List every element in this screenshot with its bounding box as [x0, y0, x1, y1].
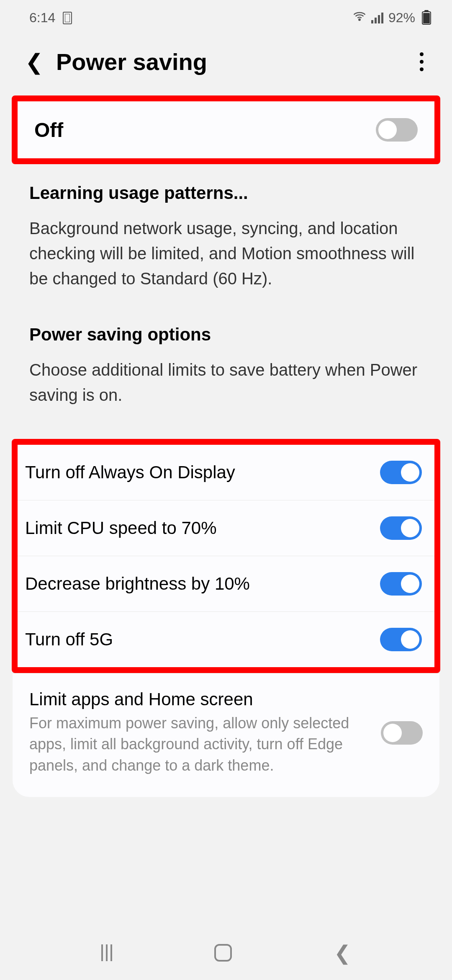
sim-icon	[63, 12, 72, 24]
back-button[interactable]: ❮	[25, 49, 44, 75]
option-toggle-brightness[interactable]	[380, 572, 422, 596]
nav-back-button[interactable]: ❮	[334, 941, 351, 965]
option-turn-off-5g[interactable]: Turn off 5G	[18, 612, 434, 667]
limit-apps-title: Limit apps and Home screen	[29, 689, 368, 709]
option-label: Decrease brightness by 10%	[25, 574, 250, 594]
option-decrease-brightness[interactable]: Decrease brightness by 10%	[18, 556, 434, 612]
option-toggle-cpu[interactable]	[380, 516, 422, 540]
master-toggle-row[interactable]: Off	[18, 101, 434, 158]
page-header: ❮ Power saving	[0, 36, 452, 88]
wifi-icon	[353, 10, 366, 26]
learning-body: Background network usage, syncing, and l…	[13, 211, 439, 306]
status-bar: 6:14 92%	[0, 0, 452, 36]
options-header: Power saving options	[13, 306, 439, 353]
options-body: Choose additional limits to save battery…	[13, 353, 439, 422]
svg-point-0	[359, 19, 360, 20]
more-options-button[interactable]	[416, 49, 427, 75]
option-label: Turn off Always On Display	[25, 462, 235, 482]
option-toggle-5g[interactable]	[380, 628, 422, 651]
limit-apps-row[interactable]: Limit apps and Home screen For maximum p…	[13, 673, 439, 797]
master-toggle-switch[interactable]	[376, 118, 418, 142]
status-left: 6:14	[29, 10, 72, 26]
navigation-bar: ❮	[0, 926, 452, 980]
battery-percentage: 92%	[388, 10, 415, 26]
option-always-on-display[interactable]: Turn off Always On Display	[18, 445, 434, 500]
signal-icon	[371, 13, 383, 23]
nav-recents-button[interactable]	[101, 944, 112, 961]
status-right: 92%	[353, 10, 431, 26]
options-highlight: Turn off Always On Display Limit CPU spe…	[12, 439, 440, 673]
master-toggle-label: Off	[34, 119, 63, 142]
option-toggle-aod[interactable]	[380, 461, 422, 484]
learning-header: Learning usage patterns...	[13, 164, 439, 211]
battery-icon	[420, 11, 431, 25]
limit-apps-description: For maximum power saving, allow only sel…	[29, 713, 368, 776]
option-label: Limit CPU speed to 70%	[25, 518, 217, 538]
page-title: Power saving	[56, 48, 207, 75]
limit-apps-toggle[interactable]	[381, 721, 423, 745]
option-limit-cpu[interactable]: Limit CPU speed to 70%	[18, 500, 434, 556]
nav-home-button[interactable]	[214, 944, 232, 962]
clock-text: 6:14	[29, 10, 55, 26]
option-label: Turn off 5G	[25, 629, 113, 650]
master-toggle-highlight: Off	[12, 95, 440, 164]
